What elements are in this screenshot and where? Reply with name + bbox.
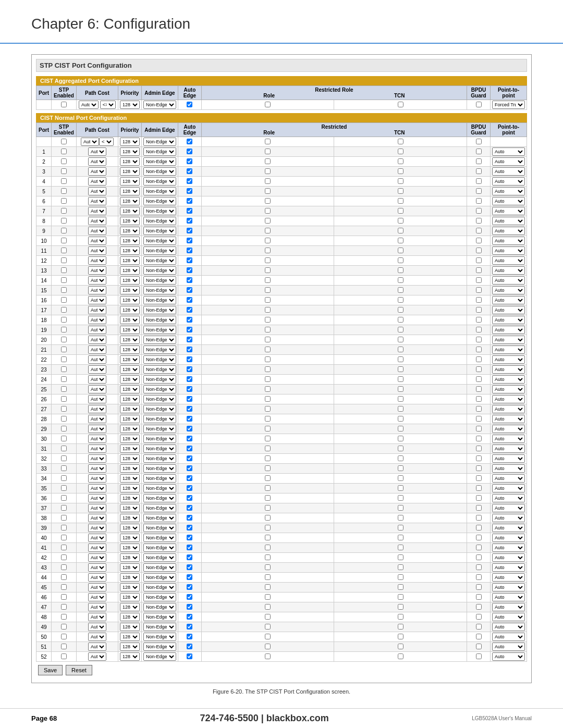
resttcn-cell[interactable] — [334, 444, 467, 454]
stp-checkbox-cell[interactable] — [52, 325, 77, 335]
stp-checkbox-cell[interactable] — [52, 414, 77, 424]
pathcost-select[interactable]: Auto — [88, 544, 106, 552]
autoedge-cell[interactable] — [178, 276, 201, 286]
adminedge-cell[interactable]: Non-Edge — [141, 563, 178, 573]
p2p-cell[interactable]: Auto — [491, 593, 527, 602]
p2p-cell[interactable]: Auto — [491, 335, 527, 345]
autoedge-checkbox[interactable] — [187, 188, 192, 194]
adminedge-select[interactable]: Non-Edge — [143, 613, 176, 621]
resttcn-checkbox[interactable] — [398, 228, 403, 233]
pathcost-select[interactable]: Auto — [88, 266, 106, 275]
autoedge-checkbox[interactable] — [187, 287, 192, 293]
adminedge-cell[interactable]: Non-Edge — [141, 187, 178, 196]
restrole-cell[interactable] — [201, 385, 334, 394]
adminedge-cell[interactable]: Non-Edge — [141, 414, 178, 424]
restrole-cell[interactable] — [201, 593, 334, 602]
stp-checkbox-cell[interactable] — [52, 137, 77, 147]
p2p-select[interactable]: Auto — [492, 583, 525, 591]
p2p-cell[interactable]: Auto — [491, 177, 527, 187]
stp-checkbox-cell[interactable] — [52, 484, 77, 493]
adminedge-cell[interactable]: Non-Edge — [141, 216, 178, 226]
p2p-cell[interactable]: Auto — [491, 493, 527, 503]
resttcn-checkbox[interactable] — [398, 287, 403, 293]
restrole-cell[interactable] — [201, 246, 334, 256]
restrole-cell[interactable] — [201, 147, 334, 157]
adminedge-select[interactable]: Non-Edge — [143, 375, 176, 384]
pathcost-cell[interactable]: Auto — [76, 355, 118, 365]
priority-cell[interactable]: 128 — [118, 424, 141, 434]
adminedge-cell[interactable]: Non-Edge — [141, 503, 178, 513]
resttcn-cell[interactable] — [334, 543, 467, 553]
pathcost-cell[interactable]: Auto — [76, 573, 118, 583]
stp-checkbox[interactable] — [61, 267, 67, 273]
adminedge-cell[interactable]: Non-Edge — [141, 642, 178, 652]
p2p-cell[interactable]: Auto — [491, 424, 527, 434]
adminedge-cell[interactable]: Non-Edge — [141, 305, 178, 315]
adminedge-select[interactable]: Non-Edge — [143, 553, 176, 562]
stp-checkbox-cell[interactable] — [52, 236, 77, 246]
restrole-cell[interactable] — [201, 375, 334, 385]
adminedge-select[interactable]: Non-Edge — [143, 296, 176, 304]
p2p-select[interactable]: Auto — [492, 633, 525, 641]
pathcost-select[interactable]: Auto — [88, 217, 106, 225]
resttcn-checkbox[interactable] — [398, 455, 403, 461]
p2p-cell[interactable]: Auto — [491, 464, 527, 474]
resttcn-cell[interactable] — [334, 276, 467, 286]
stp-checkbox-cell[interactable] — [52, 365, 77, 375]
bpdu-checkbox[interactable] — [476, 149, 482, 154]
priority-select[interactable]: 128 — [120, 484, 140, 492]
resttcn-checkbox[interactable] — [398, 297, 403, 303]
p2p-select[interactable]: Auto — [492, 375, 525, 384]
agg-resttcn-cell[interactable] — [334, 100, 467, 110]
adminedge-cell[interactable]: Non-Edge — [141, 375, 178, 385]
stp-checkbox[interactable] — [61, 287, 67, 293]
p2p-cell[interactable]: Auto — [491, 216, 527, 226]
autoedge-checkbox[interactable] — [187, 376, 192, 382]
p2p-cell[interactable]: Auto — [491, 434, 527, 444]
pathcost-select[interactable]: Auto — [88, 355, 106, 364]
priority-select[interactable]: 128 — [120, 593, 140, 601]
p2p-select[interactable]: Auto — [492, 237, 525, 245]
adminedge-cell[interactable]: Non-Edge — [141, 553, 178, 563]
resttcn-checkbox[interactable] — [398, 356, 403, 362]
p2p-select[interactable]: Auto — [492, 207, 525, 215]
bpdu-checkbox[interactable] — [476, 535, 482, 540]
priority-select[interactable]: 128 — [120, 623, 140, 631]
priority-select[interactable]: 128 — [120, 296, 140, 304]
priority-cell[interactable]: 128 — [118, 385, 141, 394]
adminedge-select[interactable]: Non-Edge — [143, 415, 176, 423]
priority-cell[interactable]: 128 — [118, 394, 141, 404]
adminedge-cell[interactable]: Non-Edge — [141, 137, 178, 147]
pathcost-cell[interactable]: Auto — [76, 602, 118, 612]
stp-checkbox[interactable] — [61, 396, 67, 402]
pathcost-select[interactable]: Auto — [88, 415, 106, 423]
resttcn-cell[interactable] — [334, 493, 467, 503]
priority-cell[interactable]: 128 — [118, 652, 141, 662]
restrole-cell[interactable] — [201, 563, 334, 573]
priority-select[interactable]: 128 — [120, 326, 140, 334]
bpdu-cell[interactable] — [467, 474, 491, 484]
restrole-cell[interactable] — [201, 484, 334, 493]
pathcost-cell[interactable]: Auto — [76, 206, 118, 216]
adminedge-cell[interactable]: Non-Edge — [141, 266, 178, 276]
restrole-checkbox[interactable] — [265, 218, 271, 224]
stp-checkbox[interactable] — [61, 406, 67, 412]
p2p-select[interactable]: Auto — [492, 504, 525, 512]
restrole-checkbox[interactable] — [265, 208, 271, 214]
adminedge-cell[interactable]: Non-Edge — [141, 513, 178, 523]
p2p-cell[interactable]: Auto — [491, 394, 527, 404]
pathcost-select[interactable]: Auto — [88, 375, 106, 384]
bpdu-cell[interactable] — [467, 513, 491, 523]
pathcost-cell[interactable]: Auto — [76, 177, 118, 187]
adminedge-select[interactable]: Non-Edge — [143, 484, 176, 492]
restrole-checkbox[interactable] — [265, 248, 271, 253]
adminedge-cell[interactable]: Non-Edge — [141, 196, 178, 206]
resttcn-cell[interactable] — [334, 216, 467, 226]
bpdu-cell[interactable] — [467, 553, 491, 563]
resttcn-cell[interactable] — [334, 503, 467, 513]
bpdu-checkbox[interactable] — [476, 505, 482, 511]
pathcost-cell[interactable]: Auto — [76, 147, 118, 157]
priority-cell[interactable]: 128 — [118, 454, 141, 464]
restrole-cell[interactable] — [201, 642, 334, 652]
adminedge-select[interactable]: Non-Edge — [143, 643, 176, 651]
